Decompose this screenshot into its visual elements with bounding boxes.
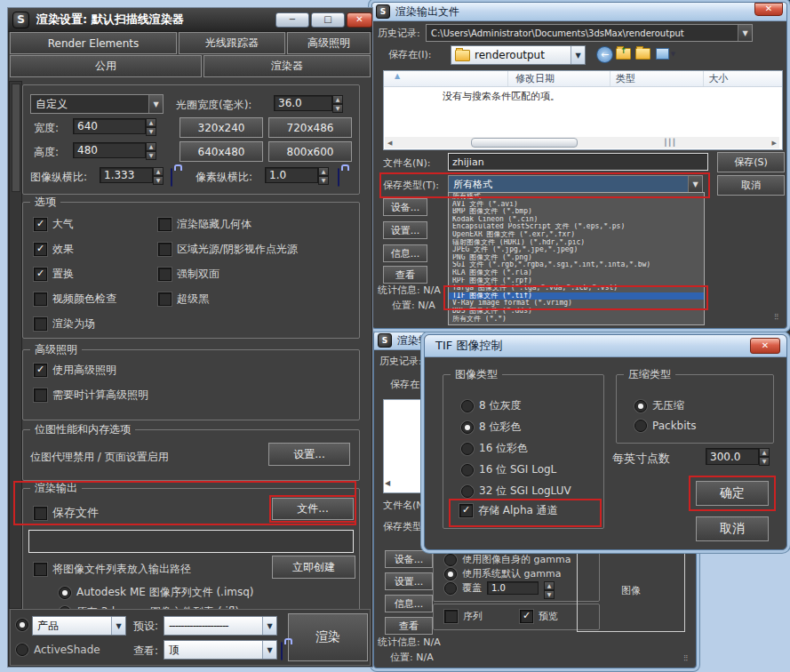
format-option[interactable]: AVI 文件 (*.avi): [449, 201, 704, 209]
chevron-down-icon[interactable]: ▼: [148, 95, 163, 113]
option-atmosphere[interactable]: 大气: [34, 217, 74, 232]
file-list[interactable]: ▲ 修改日期 类型 大小 没有与搜索条件匹配的项。 ◀ ┃┃┃ ▶: [383, 70, 783, 150]
format-option[interactable]: Kodak Cineon (*.cin): [449, 216, 704, 224]
spinner-arrows[interactable]: ▲▼: [146, 118, 156, 134]
files-button[interactable]: 文件...: [272, 498, 354, 520]
save-button[interactable]: 保存(S): [717, 152, 785, 172]
format-option[interactable]: Encapsulated PostScript 文件 (*.eps,*.ps): [449, 223, 704, 231]
checkbox-icon[interactable]: [34, 292, 47, 306]
width-spinner[interactable]: 640 ▲▼: [73, 118, 156, 134]
checkbox-icon[interactable]: [34, 507, 47, 520]
size-800x600-button[interactable]: 800x600: [268, 141, 352, 162]
spinner-arrows[interactable]: ▲▼: [146, 142, 156, 158]
checkbox-icon[interactable]: [158, 292, 172, 306]
format-option[interactable]: 辐射图像文件 (HDRI) (*.hdr,*.pic): [449, 239, 704, 247]
history-combo[interactable]: C:\Users\Administrator\Documents\3dsMax\…: [426, 24, 753, 42]
tab-raytracer[interactable]: 光线跟踪器: [179, 32, 285, 54]
preset-combo[interactable]: -------------------- ▼: [164, 616, 277, 636]
views-icon[interactable]: ▼: [655, 46, 676, 61]
tif-option-8bit-grey[interactable]: 8 位灰度: [461, 398, 521, 413]
option-effects[interactable]: 效果: [34, 242, 74, 257]
option-displacement[interactable]: 置换: [34, 267, 74, 282]
checkbox-icon[interactable]: [34, 388, 47, 402]
new-folder-icon[interactable]: [635, 46, 650, 61]
chevron-down-icon[interactable]: ▼: [262, 617, 276, 635]
tab-render-elements[interactable]: Render Elements: [10, 32, 177, 54]
radio-icon[interactable]: [444, 554, 457, 566]
pixel-aspect-spinner[interactable]: 1.0 ▲▼: [265, 167, 329, 183]
lock-icon[interactable]: [171, 168, 172, 187]
checkbox-icon[interactable]: [158, 218, 172, 231]
device-button[interactable]: 设备...: [383, 198, 427, 216]
compute-when-required[interactable]: 需要时计算高级照明: [34, 388, 148, 403]
no-compression-option[interactable]: 无压缩: [634, 398, 684, 413]
filename-input[interactable]: zhijian: [448, 153, 708, 171]
checkbox-icon[interactable]: [34, 563, 47, 576]
checkbox-icon[interactable]: [34, 268, 47, 281]
save-file-checkbox[interactable]: 保存文件: [34, 505, 99, 521]
radio-icon[interactable]: [461, 400, 474, 412]
format-option[interactable]: OpenEXR 图像文件 (*.exr,*.fxr): [449, 231, 704, 239]
gamma-override-field[interactable]: 1.0: [487, 581, 539, 595]
close-icon[interactable]: ✕: [754, 3, 783, 16]
chevron-down-icon[interactable]: ▼: [571, 46, 585, 64]
imsq-radio[interactable]: Autodesk ME 图像序列文件 (.imsq): [59, 585, 254, 600]
checkbox-icon[interactable]: [34, 364, 47, 377]
column-name[interactable]: ▲: [384, 71, 508, 86]
checkbox-icon[interactable]: [34, 243, 47, 256]
save-type-combo[interactable]: 所有格式 ▼: [448, 175, 703, 194]
scroll-right-icon[interactable]: ▶: [770, 140, 779, 147]
render-button[interactable]: 渲染: [288, 613, 368, 661]
activeshade-radio[interactable]: ActiveShade: [16, 644, 100, 656]
dpi-field[interactable]: 300.0: [706, 448, 759, 465]
chevron-down-icon[interactable]: ▼: [688, 176, 702, 193]
horizontal-scrollbar[interactable]: ◀ ┃┃┃ ▶: [385, 137, 779, 148]
checkbox-icon[interactable]: [520, 610, 533, 623]
format-option[interactable]: V-Ray image format (*.vrimg): [449, 300, 704, 308]
aperture-spinner[interactable]: 36.0 ▲▼: [274, 95, 343, 111]
create-now-button[interactable]: 立即创建: [272, 556, 355, 579]
format-option[interactable]: PNG 图像文件 (*.png): [449, 254, 704, 262]
option-video-color-check[interactable]: 视频颜色检查: [34, 292, 116, 307]
production-combo[interactable]: 产品 ▼: [32, 616, 126, 636]
setup-button[interactable]: 设置...: [383, 221, 427, 239]
tab-common[interactable]: 公用: [10, 55, 202, 77]
info-button[interactable]: 信息...: [385, 595, 433, 612]
column-size[interactable]: 大小: [704, 71, 783, 86]
column-type[interactable]: 类型: [610, 71, 704, 86]
save-in-combo[interactable]: renderoutput ▼: [451, 45, 586, 65]
option-force-two-sided[interactable]: 强制双面: [158, 267, 219, 282]
preview-checkbox[interactable]: 预览: [520, 610, 558, 623]
size-640x480-button[interactable]: 640x480: [180, 141, 263, 162]
option-render-to-fields[interactable]: 渲染为场: [34, 316, 95, 332]
option-render-hidden[interactable]: 渲染隐藏几何体: [158, 217, 251, 232]
view-button[interactable]: 查看: [383, 266, 427, 284]
resize-grip-icon[interactable]: ⁝⁝: [683, 653, 687, 663]
chevron-down-icon[interactable]: ▼: [738, 25, 752, 41]
radio-icon[interactable]: [59, 587, 71, 599]
radio-icon[interactable]: [444, 568, 457, 580]
maximize-icon[interactable]: □: [311, 12, 345, 28]
bitmap-setup-button[interactable]: 设置...: [268, 443, 350, 466]
close-icon[interactable]: ✕: [347, 12, 372, 28]
dpi-spinner[interactable]: 300.0 ▲▼: [706, 448, 770, 465]
output-path-field[interactable]: [28, 530, 354, 553]
radio-icon[interactable]: [634, 400, 647, 412]
size-320x240-button[interactable]: 320x240: [180, 117, 263, 138]
tif-option-8bit-color[interactable]: 8 位彩色: [461, 420, 521, 435]
gamma-own-option[interactable]: 使用图像自身的 gamma: [444, 553, 571, 566]
lock-icon[interactable]: [281, 642, 283, 660]
panel-scrollbar[interactable]: [9, 81, 22, 609]
view-combo[interactable]: 顶 ▼: [164, 640, 277, 660]
view-button[interactable]: 查看: [385, 617, 433, 635]
format-option[interactable]: JPEG 文件 (*.jpg,*.jpe,*.jpeg): [449, 246, 704, 254]
tab-advanced-lighting[interactable]: 高级照明: [287, 32, 371, 54]
resize-grip-icon[interactable]: ⁝⁝: [774, 312, 778, 322]
format-option[interactable]: Targa 图像文件 (*.tga,*.vda,*.icb,*.vst): [449, 284, 704, 292]
checkbox-icon[interactable]: [34, 317, 47, 331]
sequence-checkbox[interactable]: 序列: [444, 610, 483, 623]
format-option[interactable]: 所有格式: [449, 193, 704, 201]
scroll-left-icon[interactable]: ◀: [385, 140, 395, 147]
chevron-down-icon[interactable]: ▼: [262, 641, 276, 659]
use-advanced-lighting[interactable]: 使用高级照明: [34, 363, 116, 378]
